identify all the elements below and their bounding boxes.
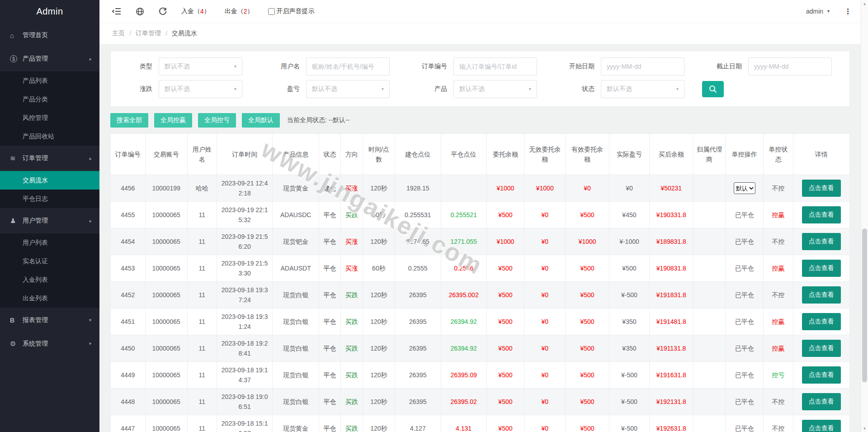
cell-invalid_entrust: ¥1000 — [524, 175, 566, 202]
profit-select[interactable]: 默认不选▼ — [306, 80, 390, 98]
cell-direction: 买跌 — [340, 335, 363, 362]
cell-profit: ¥450 — [609, 202, 650, 228]
sidebar-item[interactable]: 入金列表 — [0, 271, 99, 289]
globe-icon[interactable] — [136, 7, 144, 16]
type-select[interactable]: 默认不选▼ — [159, 57, 242, 76]
column-header-agent: 归属代理商 — [693, 134, 726, 175]
cell-name: 11 — [187, 362, 217, 389]
cell-control_op: 已平仓 — [726, 255, 764, 282]
cell-detail: 点击查看 — [793, 255, 849, 282]
control-select[interactable]: 默认 — [734, 182, 755, 194]
cell-direction: 买跌 — [340, 362, 363, 389]
product-select[interactable]: 默认不选▼ — [453, 80, 537, 98]
cell-profit: ¥-500 — [609, 362, 650, 389]
status-select[interactable]: 默认不选▼ — [601, 80, 684, 98]
detail-button[interactable]: 点击查看 — [802, 233, 841, 250]
orders-table-grid: 订单编号交易账号用户姓名订单时间产品信息状态方向时间/点数建仓点位平仓点位委托余… — [110, 133, 850, 432]
global-default-button[interactable]: 全局默认 — [242, 113, 280, 128]
cell-control_op: 已平仓 — [726, 228, 764, 255]
status-value: 平仓 — [323, 238, 336, 245]
cell-duration: 120秒 — [363, 335, 395, 362]
sidebar-item[interactable]: ⚙系统管理▼ — [0, 333, 99, 355]
sidebar-item[interactable]: 平仓日志 — [0, 190, 99, 208]
sidebar-item[interactable]: 出金列表 — [0, 289, 99, 308]
updown-select[interactable]: 默认不选▼ — [159, 80, 242, 98]
invalid_entrust-value: ¥0 — [541, 265, 548, 272]
refresh-icon[interactable] — [159, 7, 167, 15]
valid_entrust-value: ¥0 — [584, 185, 591, 192]
sidebar-item-label: 报表管理 — [23, 316, 88, 324]
sidebar-item[interactable]: 产品回收站 — [0, 127, 99, 146]
sound-toggle[interactable]: 开启声音提示 — [268, 7, 315, 15]
user-menu[interactable]: admin ▼ — [806, 8, 830, 15]
cell-account: 10000065 — [145, 309, 187, 335]
sidebar-item[interactable]: B报表管理▼ — [0, 309, 99, 331]
cell-time: 2023-09-18 19:31:24 — [217, 309, 273, 335]
cell-agent — [693, 228, 726, 255]
detail-button[interactable]: 点击查看 — [802, 340, 841, 357]
cell-time: 2023-09-19 21:53:30 — [217, 255, 273, 282]
filter-label: 订单编号 — [407, 62, 447, 71]
username-input[interactable] — [306, 57, 390, 76]
deposit-link[interactable]: 入金（4） — [181, 7, 210, 15]
global-win-button[interactable]: 全局控赢 — [154, 113, 192, 128]
sidebar-menu: ⌂管理首页$产品管理▲产品列表产品分类风控管理产品回收站≋订单管理▲交易流水平仓… — [0, 24, 99, 355]
sidebar-item[interactable]: ♟用户管理▲ — [0, 210, 99, 232]
sidebar-item[interactable]: 实名认证 — [0, 252, 99, 271]
chevron-down-icon: ▼ — [826, 9, 830, 14]
search-all-button[interactable]: 搜索全部 — [110, 113, 148, 128]
cell-entrust: ¥500 — [486, 282, 524, 309]
sidebar-item[interactable]: 产品列表 — [0, 71, 99, 90]
detail-button[interactable]: 点击查看 — [802, 180, 841, 197]
cell-detail: 点击查看 — [793, 335, 849, 362]
scroll-up-icon[interactable]: ▲ — [861, 0, 868, 7]
detail-button[interactable]: 点击查看 — [802, 420, 841, 432]
detail-button[interactable]: 点击查看 — [802, 313, 841, 330]
detail-button[interactable]: 点击查看 — [802, 393, 841, 410]
breadcrumb-home[interactable]: 主页 — [112, 29, 125, 38]
cell-agent — [693, 362, 726, 389]
scrollbar-thumb[interactable] — [862, 228, 867, 382]
detail-button[interactable]: 点击查看 — [802, 366, 841, 384]
sound-checkbox[interactable] — [268, 8, 275, 15]
detail-button[interactable]: 点击查看 — [802, 286, 841, 304]
sidebar-item[interactable]: $产品管理▲ — [0, 48, 99, 70]
start-date-input[interactable] — [601, 57, 684, 76]
column-header-invalid_entrust: 无效委托余额 — [524, 134, 566, 175]
sidebar-item[interactable]: 产品分类 — [0, 90, 99, 109]
direction-value: 买涨 — [345, 238, 358, 245]
detail-button[interactable]: 点击查看 — [802, 260, 841, 277]
sidebar-item[interactable]: 风控管理 — [0, 109, 99, 127]
balance_after-value: ¥190831.8 — [656, 265, 686, 272]
detail-button[interactable]: 点击查看 — [802, 206, 841, 223]
sidebar-item[interactable]: ≋订单管理▲ — [0, 147, 99, 169]
sidebar-item[interactable]: ⌂管理首页 — [0, 24, 99, 46]
cell-close: 26394.92 — [441, 309, 486, 335]
cell-status: 平仓 — [319, 228, 340, 255]
cell-name: 11 — [187, 202, 217, 228]
valid_entrust-value: ¥500 — [580, 265, 594, 272]
order-no-input[interactable] — [453, 57, 537, 76]
scroll-down-icon[interactable]: ▼ — [861, 425, 868, 432]
entrust-value: ¥500 — [498, 398, 512, 405]
cell-time: 2023-09-19 22:15:32 — [217, 202, 273, 228]
column-header-product: 产品信息 — [273, 134, 319, 175]
global-lose-button[interactable]: 全局控亏 — [198, 113, 236, 128]
control-state: 控赢 — [772, 345, 784, 352]
end-date-input[interactable] — [748, 57, 832, 76]
balance_after-value: ¥191631.8 — [656, 371, 686, 379]
scrollbar[interactable]: ▲ ▼ — [861, 0, 868, 432]
search-button[interactable] — [702, 81, 724, 97]
cell-entrust: ¥500 — [486, 255, 524, 282]
sidebar-item-active[interactable]: 交易流水 — [0, 171, 99, 190]
cell-control_op: 已平仓 — [726, 202, 764, 228]
withdraw-link[interactable]: 出金（2） — [225, 7, 254, 15]
cell-account: 10000065 — [145, 202, 187, 228]
kebab-menu-icon[interactable]: ⋮ — [844, 7, 852, 16]
chevron-down-icon: ▼ — [233, 87, 237, 91]
filter-label: 开始日期 — [555, 62, 594, 71]
collapse-sidebar-icon[interactable] — [112, 8, 121, 15]
breadcrumb-orders[interactable]: 订单管理 — [136, 29, 161, 38]
cell-product: 现货白银 — [273, 389, 319, 415]
sidebar-item[interactable]: 用户列表 — [0, 233, 99, 252]
